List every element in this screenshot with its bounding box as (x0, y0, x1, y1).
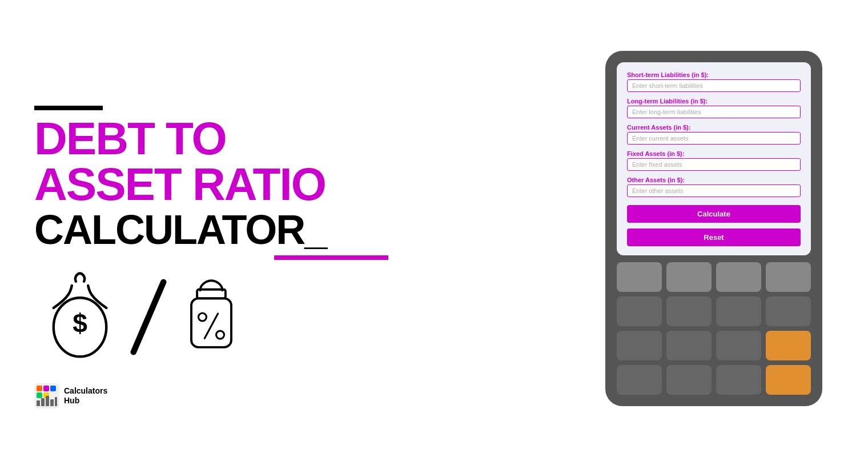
calc-btn-7[interactable] (716, 296, 761, 326)
svg-line-2 (134, 282, 164, 352)
calc-btn-16[interactable] (766, 365, 811, 395)
hero-icons: $ (34, 271, 594, 363)
logo-text: Calculators Hub (64, 386, 107, 406)
field-current-assets: Current Assets (in $): (627, 124, 801, 145)
svg-rect-18 (55, 397, 57, 406)
title-line-1: DEBT TO (34, 116, 594, 162)
input-long-term-liabilities[interactable] (627, 106, 801, 118)
slash-icon (120, 277, 177, 357)
reset-button[interactable]: Reset (627, 228, 801, 246)
svg-point-5 (198, 313, 206, 321)
svg-rect-3 (197, 289, 226, 298)
svg-rect-12 (37, 392, 42, 398)
label-fixed-assets: Fixed Assets (in $): (627, 150, 801, 157)
money-bag-icon: $ (34, 271, 126, 363)
calc-btn-3[interactable] (716, 262, 761, 292)
input-fixed-assets[interactable] (627, 158, 801, 171)
svg-rect-11 (50, 386, 56, 391)
calc-btn-12[interactable] (766, 331, 811, 360)
svg-text:$: $ (73, 308, 87, 338)
underline-bar (274, 255, 388, 260)
percent-bag-icon (171, 277, 251, 357)
calc-btn-8[interactable] (766, 296, 811, 326)
svg-rect-16 (46, 396, 49, 406)
calc-btn-9[interactable] (617, 331, 662, 360)
input-short-term-liabilities[interactable] (627, 79, 801, 92)
label-other-assets: Other Assets (in $): (627, 177, 801, 183)
calc-btn-13[interactable] (617, 365, 662, 395)
label-short-term-liabilities: Short-term Liabilities (in $): (627, 71, 801, 78)
calc-btn-5[interactable] (617, 296, 662, 326)
calculator-keypad (617, 262, 811, 395)
calc-btn-4[interactable] (766, 262, 811, 292)
field-fixed-assets: Fixed Assets (in $): (627, 150, 801, 171)
calc-btn-2[interactable] (666, 262, 712, 292)
svg-point-6 (216, 331, 224, 339)
input-other-assets[interactable] (627, 185, 801, 197)
field-other-assets: Other Assets (in $): (627, 177, 801, 197)
svg-rect-14 (37, 400, 40, 406)
field-long-term-liabilities: Long-term Liabilities (in $): (627, 98, 801, 118)
svg-rect-10 (43, 386, 49, 391)
label-current-assets: Current Assets (in $): (627, 124, 801, 131)
logo: Calculators Hub (34, 383, 107, 408)
label-long-term-liabilities: Long-term Liabilities (in $): (627, 98, 801, 105)
logo-hub: Hub (64, 396, 107, 406)
calc-btn-1[interactable] (617, 262, 662, 292)
svg-rect-9 (37, 386, 42, 391)
field-short-term-liabilities: Short-term Liabilities (in $): (627, 71, 801, 92)
calculator-widget: Short-term Liabilities (in $): Long-term… (605, 51, 822, 406)
title-line-3: CALCULATOR_ (34, 207, 326, 252)
input-current-assets[interactable] (627, 132, 801, 145)
svg-rect-4 (191, 298, 231, 347)
calc-btn-14[interactable] (666, 365, 712, 395)
calc-btn-10[interactable] (666, 331, 712, 360)
top-decorative-bar (34, 106, 103, 110)
calculator-screen: Short-term Liabilities (in $): Long-term… (617, 62, 811, 255)
svg-rect-15 (41, 398, 45, 406)
left-section: DEBT TO ASSET RATIO CALCULATOR_ $ (34, 94, 594, 362)
calculate-button[interactable]: Calculate (627, 205, 801, 223)
logo-calculators: Calculators (64, 386, 107, 396)
title-line-2: ASSET RATIO (34, 162, 594, 207)
svg-rect-17 (50, 399, 54, 406)
calc-btn-6[interactable] (666, 296, 712, 326)
right-section: Short-term Liabilities (in $): Long-term… (594, 51, 834, 406)
calc-btn-11[interactable] (716, 331, 761, 360)
logo-icon (34, 383, 59, 408)
calc-btn-15[interactable] (716, 365, 761, 395)
